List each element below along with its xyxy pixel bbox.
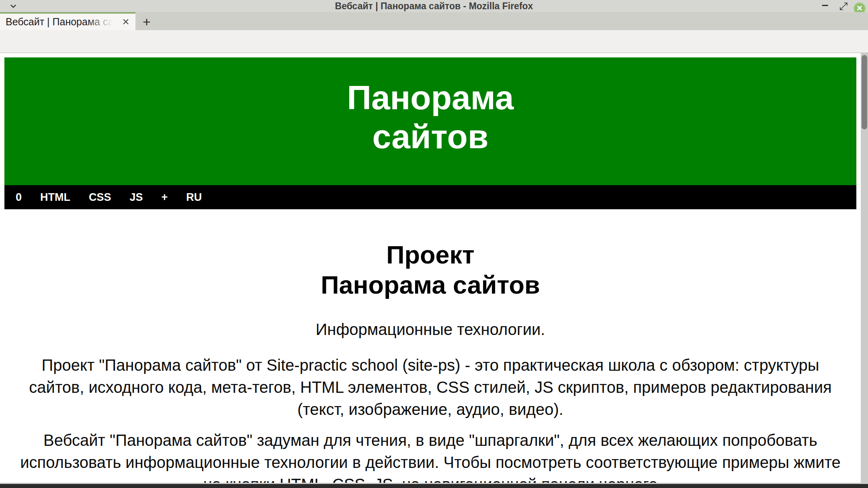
- nav-item-js[interactable]: JS: [130, 191, 143, 204]
- tab-close-icon[interactable]: ×: [119, 14, 132, 30]
- scrollbar-thumb[interactable]: [862, 55, 867, 129]
- page-viewport: Панорама сайтов 0 HTML CSS JS + RU Проек…: [0, 53, 861, 483]
- nav-item-plus[interactable]: +: [162, 191, 168, 204]
- firefox-window: Вебсайт | Панорама сайтов - Mozilla Fire…: [0, 0, 868, 488]
- nav-item-html[interactable]: HTML: [40, 191, 70, 204]
- site-navigation: 0 HTML CSS JS + RU: [4, 185, 856, 209]
- site-title-line1: Панорама: [4, 78, 856, 117]
- page-subtitle: Информационные технологии.: [4, 319, 856, 341]
- nav-item-css[interactable]: CSS: [89, 191, 111, 204]
- minimize-button[interactable]: –: [819, 0, 831, 12]
- new-tab-button[interactable]: +: [138, 14, 155, 30]
- site-title: Панорама сайтов: [4, 57, 856, 156]
- intro-paragraph: Проект "Панорама сайтов" от Site-practic…: [4, 354, 856, 421]
- description-paragraph: Вебсайт "Панорама сайтов" задуман для чт…: [4, 429, 856, 483]
- nav-item-ru[interactable]: RU: [186, 191, 202, 204]
- site-banner: Панорама сайтов: [4, 57, 856, 185]
- page-title-line1: Проект: [4, 240, 856, 270]
- page-title-line2: Панорама сайтов: [4, 270, 856, 300]
- window-bottom-border: [0, 484, 868, 488]
- tab-title-fade: [86, 14, 121, 30]
- nav-item-0[interactable]: 0: [16, 191, 22, 204]
- restore-button[interactable]: ⤢: [837, 0, 850, 12]
- window-titlebar: Вебсайт | Панорама сайтов - Mozilla Fire…: [0, 0, 868, 12]
- page-title: Проект Панорама сайтов: [4, 240, 856, 300]
- vertical-scrollbar[interactable]: [861, 53, 868, 483]
- tab-bar: Вебсайт | Панорама сайтов × +: [0, 12, 868, 30]
- navigation-toolbar: file:///home/user/Рабочий стол/0/site-ps…: [0, 30, 868, 53]
- tab-active[interactable]: Вебсайт | Панорама сайтов ×: [0, 12, 135, 30]
- page-body: Панорама сайтов 0 HTML CSS JS + RU Проек…: [0, 53, 861, 483]
- site-title-line2: сайтов: [4, 117, 856, 156]
- window-title: Вебсайт | Панорама сайтов - Mozilla Fire…: [0, 0, 868, 12]
